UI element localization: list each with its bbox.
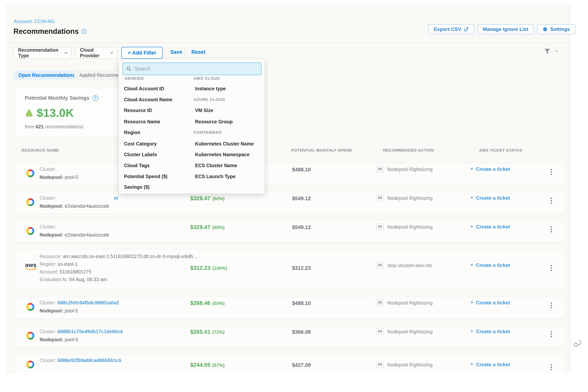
table-row[interactable]: Cluster: or Nodepool: e2standar4autoscal… [15, 192, 565, 214]
potential-monthly-spend: $549.12 [292, 224, 311, 230]
row-menu-button[interactable] [548, 300, 555, 311]
plus-icon: + [470, 194, 474, 201]
settings-button[interactable]: Settings [537, 24, 575, 34]
cloud-provider-filter[interactable]: Cloud Provider [75, 47, 117, 59]
recommendation-icon [376, 224, 384, 230]
resource-value: arn:aws:rds:us-east-1:511616801275:db:zn… [63, 254, 197, 259]
potential-monthly-savings: $244.05(57%) [190, 362, 225, 368]
savings-percent: (55%) [212, 301, 225, 306]
table-row[interactable]: Cluster: Nodepool: pool-5 $488.10 Nodepo… [15, 163, 565, 185]
cluster-link[interactable]: 688c2fefc84fbdc99801a0a2 [58, 300, 119, 305]
potential-monthly-spend: $366.08 [292, 329, 311, 335]
table-row[interactable]: Cluster: 6886e92f59a48cad86b5b1c6 $244.0… [15, 354, 565, 376]
search-input[interactable] [134, 66, 254, 72]
savings-value: $244.05 [190, 362, 210, 368]
filter-option-ecs-launch-type[interactable]: ECS Launch Type [195, 173, 236, 180]
recommended-action: Nodepool Rightsizing [376, 300, 432, 306]
evaluated-line: Evaluated At: 04 Aug, 06:33 am [40, 277, 197, 282]
money-icon [25, 109, 34, 117]
region-line: Region: us-east-1 [40, 261, 197, 267]
manage-ignore-list-button[interactable]: Manage Ignore List [478, 24, 534, 34]
create-ticket-link[interactable]: +Create a ticket [470, 224, 510, 230]
savings-value: $329.47 [190, 224, 210, 230]
create-ticket-label: Create a ticket [476, 166, 510, 172]
savings-from-text: from 621 recommendations [25, 124, 83, 130]
potential-monthly-savings: $329.47(60%) [190, 224, 225, 230]
create-ticket-label: Create a ticket [476, 328, 510, 334]
filter-option-resource-id[interactable]: Resource ID [124, 107, 152, 114]
export-csv-button[interactable]: Export CSV [428, 24, 474, 34]
filter-option-instance-type[interactable]: Instance type [195, 85, 226, 92]
create-ticket-link[interactable]: +Create a ticket [470, 195, 510, 201]
evaluated-value: 04 Aug, 06:33 am [69, 277, 107, 282]
row-menu-button[interactable] [548, 224, 555, 235]
section-heading-azure-cloud: AZURE CLOUD [194, 96, 225, 103]
filter-panel-toggle[interactable] [544, 48, 558, 55]
recommendation-icon [376, 300, 384, 306]
add-filter-dropdown: GENERIC Cloud Account ID Cloud Account N… [119, 59, 265, 194]
filter-option-cloud-tags[interactable]: Cloud Tags [124, 162, 150, 169]
row-menu-button[interactable] [548, 262, 555, 273]
external-link-icon [464, 27, 469, 32]
dropdown-search[interactable] [122, 62, 262, 75]
add-filter-button[interactable]: + Add Filter [122, 47, 162, 59]
row-menu-button[interactable] [548, 166, 555, 177]
filter-option-cost-category[interactable]: Cost Category [124, 140, 157, 147]
nodepool-line: Nodepool: pool-5 [40, 174, 78, 180]
filter-option-resource-name[interactable]: Resource Name [124, 118, 160, 125]
savings-amount-value: $13.0K [37, 106, 74, 120]
help-icon[interactable]: ? [92, 95, 98, 101]
filter-option-kubernetes-namespace[interactable]: Kubernetes Namespace [195, 151, 250, 158]
filter-option-savings[interactable]: Savings ($) [124, 184, 150, 190]
support-chat-icon[interactable] [574, 340, 582, 348]
cluster-link[interactable]: 6886e92f59a48cad86b5b1c6 [58, 358, 121, 363]
filter-option-cloud-account-name[interactable]: Cloud Account Name [124, 96, 172, 103]
potential-monthly-spend: $427.09 [292, 362, 311, 368]
table-row[interactable]: Cluster: 688c2fefc84fbdc99801a0a2 Nodepo… [15, 297, 565, 318]
filter-option-potential-spend[interactable]: Potential Spend ($) [124, 173, 167, 180]
nodepool-value: pool-5 [64, 174, 78, 180]
reset-filter-button[interactable]: Reset [192, 49, 206, 55]
filter-option-kubernetes-cluster-name[interactable]: Kubernetes Cluster Name [195, 140, 254, 147]
savings-value: $312.23 [190, 265, 210, 271]
nodepool-value: pool-5 [64, 308, 78, 314]
header-divider [6, 43, 570, 43]
row-menu-button[interactable] [548, 329, 555, 340]
savings-count: 621 [36, 124, 44, 129]
create-ticket-link[interactable]: +Create a ticket [470, 362, 510, 368]
potential-monthly-spend: $312.23 [292, 265, 311, 271]
filter-option-region[interactable]: Region [124, 129, 140, 136]
recommendation-icon [376, 362, 384, 368]
account-breadcrumb[interactable]: Account: CCM-NG [14, 18, 55, 24]
plus-icon: + [470, 299, 474, 306]
export-csv-label: Export CSV [434, 26, 461, 32]
filter-option-resource-group[interactable]: Resource Group [195, 118, 233, 125]
filter-option-cluster-labels[interactable]: Cluster Labels [124, 151, 157, 158]
filter-option-vm-size[interactable]: VM Size [195, 107, 213, 114]
filter-option-ecs-cluster-name[interactable]: ECS Cluster Name [195, 162, 237, 169]
info-icon[interactable]: i [82, 29, 86, 34]
save-filter-button[interactable]: Save [170, 49, 182, 55]
create-ticket-link[interactable]: +Create a ticket [470, 328, 510, 335]
page-title: Recommendations i [14, 27, 86, 36]
region-label: Region: [40, 261, 58, 267]
create-ticket-link[interactable]: +Create a ticket [470, 300, 510, 306]
table-row[interactable]: Cluster: 6888b1c70e49db17c1de60c4 Nodepo… [15, 326, 565, 347]
cluster-link[interactable]: 6888b1c70e49db17c1de60c4 [58, 329, 122, 334]
table-row[interactable]: Cluster: Nodepool: e2standar4autoscale $… [15, 221, 565, 242]
table-row[interactable]: aws Resource: arn:aws:rds:us-east-1:5116… [15, 250, 565, 289]
savings-from-suffix: recommendations [44, 124, 84, 129]
nodepool-value: pool-5 [64, 337, 78, 342]
create-ticket-link[interactable]: +Create a ticket [470, 166, 510, 172]
recommendation-type-filter[interactable]: Recommendation Type [14, 47, 72, 59]
create-ticket-link[interactable]: +Create a ticket [470, 262, 510, 268]
cluster-label: Cluster: [40, 358, 58, 363]
nodepool-line: Nodepool: e2standar4autoscale [40, 203, 109, 209]
row-menu-button[interactable] [548, 195, 555, 206]
row-menu-button[interactable] [548, 362, 555, 372]
region-value: us-east-1 [58, 261, 78, 267]
filter-option-cloud-account-id[interactable]: Cloud Account ID [124, 85, 164, 92]
cluster-link[interactable]: or [114, 195, 118, 201]
tab-open-recommendations[interactable]: Open Recommendations [14, 71, 80, 80]
potential-monthly-savings-card: Potential Monthly Savings ? $13.0K from … [15, 88, 120, 137]
